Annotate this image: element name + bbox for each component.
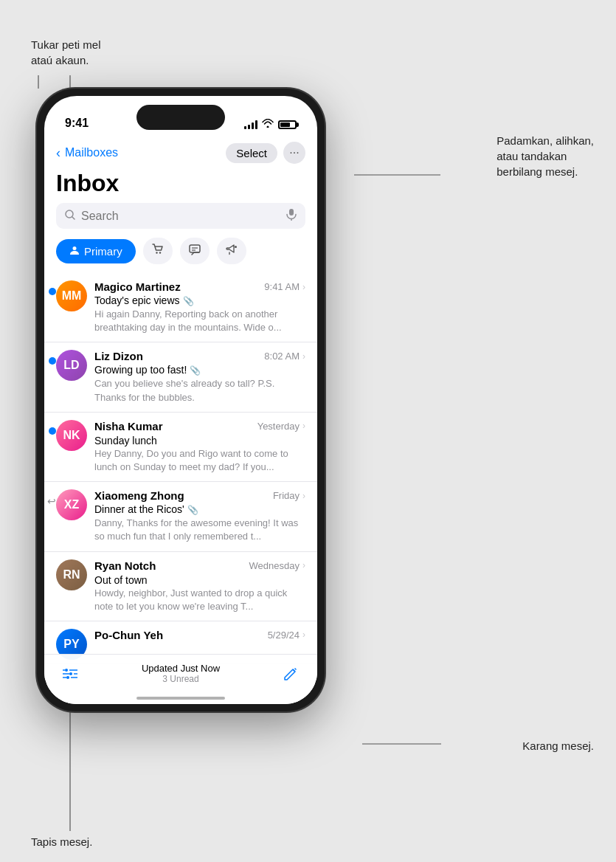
email-meta: Yesterday ›	[257, 421, 305, 432]
search-input[interactable]	[81, 210, 280, 223]
annotation-bottom-right: Karang mesej.	[522, 738, 594, 754]
nav-actions: Select ···	[226, 142, 305, 164]
avatar: RN	[56, 559, 87, 590]
attachment-icon: 📎	[183, 296, 194, 306]
email-preview: Howdy, neighbor, Just wanted to drop a q…	[94, 587, 305, 613]
svg-point-9	[73, 246, 77, 250]
inbox-title: Inbox	[44, 167, 317, 203]
email-preview: Can you believe she's already so tall? P…	[94, 377, 305, 404]
avatar: LD	[56, 350, 87, 381]
battery-icon	[278, 120, 297, 129]
attachment-icon: 📎	[190, 365, 201, 376]
reply-icon: ↩	[47, 495, 56, 507]
email-time: 9:41 AM	[264, 281, 300, 292]
shopping-icon	[151, 243, 165, 259]
svg-point-22	[66, 676, 69, 679]
sender-name: Liz Dizon	[94, 350, 143, 362]
back-chevron-icon: ‹	[56, 145, 60, 161]
tab-shopping[interactable]	[143, 238, 173, 264]
email-preview: Hey Danny, Do you and Rigo want to come …	[94, 447, 305, 474]
search-icon	[65, 210, 75, 222]
email-meta: Friday ›	[273, 490, 305, 501]
phone-screen: 9:41	[44, 96, 317, 704]
chevron-icon: ›	[302, 421, 305, 431]
status-icons	[244, 119, 297, 130]
svg-rect-12	[190, 245, 200, 252]
more-dots-icon: ···	[289, 146, 299, 159]
wifi-icon	[262, 119, 274, 130]
chevron-icon: ›	[302, 491, 305, 501]
email-meta: 8:02 AM ›	[264, 351, 305, 362]
updated-title: Updated Just Now	[142, 663, 220, 674]
email-body: Xiaomeng Zhong Friday › Dinner at the Ri…	[94, 489, 305, 543]
filter-button[interactable]	[59, 662, 83, 686]
email-header: Ryan Notch Wednesday ›	[94, 559, 305, 572]
annotation-top-right: Padamkan, alihkan, atau tandakan berbila…	[496, 133, 594, 179]
signal-icon	[244, 120, 257, 129]
email-body: Magico Martinez 9:41 AM › Today's epic v…	[94, 280, 305, 334]
email-header: Nisha Kumar Yesterday ›	[94, 420, 305, 432]
sender-name: Po-Chun Yeh	[94, 629, 163, 641]
unread-indicator	[49, 357, 56, 365]
email-body: Liz Dizon 8:02 AM › Growing up too fast!…	[94, 350, 305, 404]
select-button[interactable]: Select	[226, 143, 277, 163]
nav-back-label: Mailboxes	[65, 146, 118, 159]
email-header: Liz Dizon 8:02 AM ›	[94, 350, 305, 362]
email-subject: Today's epic views	[94, 294, 180, 306]
filter-tabs: Primary	[44, 238, 317, 273]
search-bar[interactable]	[56, 203, 305, 229]
email-subject: Out of town	[94, 574, 148, 586]
updated-sub: 3 Unread	[142, 674, 220, 684]
annotation-bottom-left: Tapis mesej.	[31, 834, 92, 849]
tab-primary[interactable]: Primary	[56, 239, 136, 263]
unread-indicator	[49, 288, 56, 295]
email-time: 5/29/24	[268, 630, 300, 641]
status-time: 9:41	[65, 117, 89, 130]
svg-line-6	[72, 217, 75, 219]
nav-back-button[interactable]: ‹ Mailboxes	[56, 145, 118, 161]
email-preview: Danny, Thanks for the awesome evening! I…	[94, 517, 305, 543]
email-time: Wednesday	[249, 560, 300, 571]
email-header: Po-Chun Yeh 5/29/24 ›	[94, 629, 305, 641]
email-item[interactable]: NK Nisha Kumar Yesterday › Sunday lunch …	[44, 413, 317, 482]
updated-info: Updated Just Now 3 Unread	[142, 663, 220, 684]
primary-person-icon	[69, 245, 80, 258]
svg-point-15	[235, 246, 237, 248]
dynamic-island	[136, 105, 225, 130]
email-item[interactable]: LD Liz Dizon 8:02 AM › Growing up too fa	[44, 342, 317, 412]
mic-icon[interactable]	[286, 209, 297, 223]
email-subject: Growing up too fast!	[94, 364, 187, 376]
email-list: MM Magico Martinez 9:41 AM › Today's epi	[44, 273, 317, 672]
sender-name: Magico Martinez	[94, 280, 181, 293]
sender-name: Nisha Kumar	[94, 420, 163, 432]
email-meta: 9:41 AM ›	[264, 281, 305, 292]
email-body: Ryan Notch Wednesday › Out of town Howdy…	[94, 559, 305, 613]
email-time: Yesterday	[257, 421, 300, 432]
email-item[interactable]: RN Ryan Notch Wednesday › Out of town Ho…	[44, 552, 317, 621]
avatar: MM	[56, 280, 87, 311]
tab-primary-label: Primary	[84, 245, 122, 258]
svg-point-10	[156, 252, 157, 253]
more-button[interactable]: ···	[283, 142, 305, 164]
svg-point-19	[69, 672, 72, 675]
avatar: NK	[56, 420, 87, 451]
email-body: Nisha Kumar Yesterday › Sunday lunch Hey…	[94, 420, 305, 474]
email-item[interactable]: ↩ XZ Xiaomeng Zhong Friday ›	[44, 482, 317, 551]
email-header: Magico Martinez 9:41 AM ›	[94, 280, 305, 293]
email-body: Po-Chun Yeh 5/29/24 ›	[94, 629, 305, 643]
attachment-icon: 📎	[187, 505, 198, 515]
svg-rect-7	[289, 209, 294, 216]
tab-transactions[interactable]	[180, 238, 210, 264]
chat-icon	[188, 243, 201, 259]
home-indicator	[136, 697, 225, 700]
email-time: Friday	[273, 490, 300, 501]
email-subject: Dinner at the Ricos'	[94, 503, 184, 515]
email-subject: Sunday lunch	[94, 435, 157, 446]
mail-content: ‹ Mailboxes Select ··· Inbox	[44, 136, 317, 704]
email-item[interactable]: MM Magico Martinez 9:41 AM › Today's epi	[44, 273, 317, 342]
unread-indicator	[49, 427, 56, 435]
sender-name: Ryan Notch	[94, 559, 156, 572]
tab-promotions[interactable]	[217, 238, 246, 264]
compose-button[interactable]	[279, 662, 302, 686]
annotation-top-left: Tukar peti mel ataú akaun.	[31, 37, 100, 68]
